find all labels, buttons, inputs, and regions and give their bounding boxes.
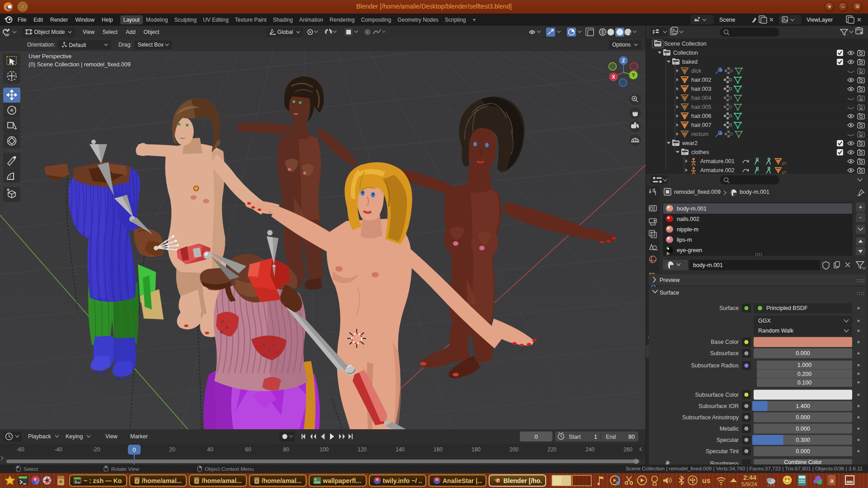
svg-text:0.000: 0.000	[796, 448, 810, 455]
svg-text:240: 240	[585, 446, 594, 453]
svg-text:Object Context Menu: Object Context Menu	[205, 466, 254, 472]
svg-text:remodel_fixed.009: remodel_fixed.009	[674, 189, 721, 195]
svg-text:20: 20	[169, 446, 175, 453]
svg-text:0.200: 0.200	[797, 371, 811, 377]
svg-text:Rotate View: Rotate View	[111, 466, 139, 472]
svg-text:Select: Select	[24, 466, 38, 472]
svg-text:5/9/24: 5/9/24	[741, 481, 757, 488]
svg-text:a: a	[830, 477, 834, 484]
svg-text:hair.002: hair.002	[691, 77, 712, 83]
svg-text:80: 80	[283, 446, 289, 453]
svg-text:120: 120	[358, 446, 367, 453]
svg-text:0.000: 0.000	[796, 414, 810, 421]
svg-text:Start: Start	[569, 434, 581, 440]
svg-text:Preview: Preview	[660, 277, 680, 283]
svg-text:0.000: 0.000	[796, 350, 810, 357]
svg-text:17: 17	[782, 161, 786, 166]
svg-text:60: 60	[245, 446, 251, 453]
svg-text:ViewLayer: ViewLayer	[807, 17, 833, 23]
svg-text:0.300: 0.300	[796, 437, 810, 443]
svg-text:us: us	[702, 477, 711, 484]
svg-text:hair.006: hair.006	[691, 113, 712, 119]
svg-text:180: 180	[472, 446, 481, 453]
svg-text:Metallic: Metallic	[720, 426, 739, 432]
svg-text:Subsurface: Subsurface	[710, 350, 739, 357]
svg-text:0: 0	[535, 434, 538, 440]
svg-text:Marker: Marker	[130, 433, 148, 440]
svg-text:1: 1	[594, 434, 597, 440]
svg-text:Armature.002: Armature.002	[700, 167, 735, 174]
svg-text:17: 17	[782, 170, 786, 174]
svg-text:40: 40	[207, 446, 213, 453]
svg-text:Z: Z	[622, 58, 625, 63]
svg-text:Subsurface Radius: Subsurface Radius	[691, 362, 739, 369]
svg-text:V: V	[376, 478, 378, 482]
svg-text:Base Color: Base Color	[711, 339, 739, 345]
svg-text:body-m.001: body-m.001	[677, 206, 707, 212]
svg-text:eye-green: eye-green	[677, 247, 702, 253]
svg-text:140: 140	[396, 446, 405, 453]
svg-text:+: +	[859, 203, 863, 211]
svg-text:Surface: Surface	[660, 290, 679, 296]
svg-text:Y: Y	[632, 73, 635, 78]
svg-text:body-m.001: body-m.001	[740, 189, 769, 195]
svg-text:160: 160	[434, 446, 443, 453]
svg-text:Surface: Surface	[719, 305, 739, 311]
svg-text:Subsurface Color: Subsurface Color	[695, 392, 739, 398]
svg-text:1.000: 1.000	[797, 362, 811, 368]
svg-text:-20: -20	[92, 446, 100, 453]
svg-text:lips-m: lips-m	[677, 237, 692, 243]
svg-text:X: X	[612, 75, 615, 80]
svg-text:Subsurface Anisotropy: Subsurface Anisotropy	[682, 414, 739, 421]
svg-text:1.400: 1.400	[796, 403, 810, 409]
svg-text:Subsurface IOR: Subsurface IOR	[698, 403, 739, 409]
svg-text:baked: baked	[682, 59, 698, 65]
svg-text:End: End	[606, 434, 616, 440]
svg-text:View: View	[105, 433, 118, 440]
svg-text:Specular: Specular	[717, 437, 739, 443]
svg-text:2:44: 2:44	[743, 474, 756, 481]
svg-text:0.100: 0.100	[797, 380, 811, 386]
svg-text:Random Walk: Random Walk	[758, 328, 794, 334]
svg-text:GGX: GGX	[758, 318, 771, 324]
svg-text:Keying: Keying	[66, 433, 83, 440]
svg-text:hair.007: hair.007	[691, 122, 712, 128]
svg-text:Collection: Collection	[673, 50, 698, 56]
svg-text:100: 100	[320, 446, 329, 453]
svg-text:hair.005: hair.005	[691, 104, 712, 110]
svg-text:Scene Collection: Scene Collection	[664, 41, 707, 47]
svg-text:clothes: clothes	[691, 149, 709, 155]
svg-text:80: 80	[628, 434, 635, 440]
svg-text:Roughness: Roughness	[710, 460, 739, 465]
svg-text:Specular Tint: Specular Tint	[706, 448, 739, 455]
svg-text:0: 0	[133, 447, 136, 453]
svg-text:0.000: 0.000	[796, 426, 810, 432]
svg-text:Armature.001: Armature.001	[700, 158, 735, 164]
svg-text:nails.002: nails.002	[677, 216, 699, 222]
svg-text:Playback: Playback	[28, 433, 51, 440]
svg-text:Scene: Scene	[719, 17, 735, 23]
svg-text:220: 220	[547, 446, 557, 453]
svg-text:V: V	[34, 477, 37, 482]
svg-text:nipple-m: nipple-m	[677, 226, 698, 233]
svg-text:body-m.001: body-m.001	[693, 262, 723, 268]
svg-text:V: V	[436, 478, 438, 482]
svg-text:rectum: rectum	[691, 131, 708, 137]
svg-text:-60: -60	[16, 446, 24, 453]
svg-text:200: 200	[509, 446, 519, 453]
svg-text:hair.003: hair.003	[691, 86, 712, 92]
svg-text:hair.004: hair.004	[691, 95, 712, 101]
svg-text:-: -	[859, 213, 862, 221]
svg-text:260: 260	[623, 446, 632, 453]
svg-text:dick: dick	[691, 68, 702, 74]
svg-text:Combine Color: Combine Color	[784, 459, 821, 465]
svg-text:Principled BSDF: Principled BSDF	[766, 305, 808, 311]
svg-text:-40: -40	[54, 446, 62, 453]
svg-text:wear2: wear2	[682, 140, 698, 146]
